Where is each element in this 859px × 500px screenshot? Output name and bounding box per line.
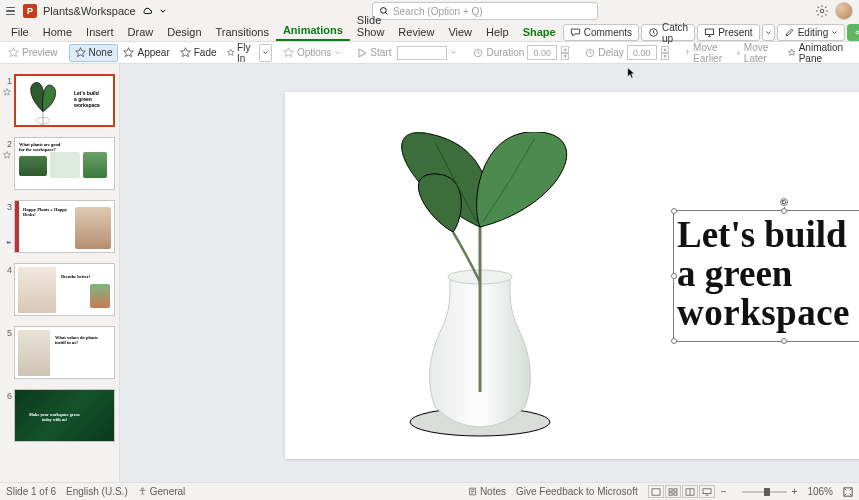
zoom-slider[interactable] [742, 491, 787, 493]
transition-indicator-icon [6, 240, 11, 245]
document-name[interactable]: Plants&Workspace [43, 5, 136, 17]
animations-toolbar: Preview None Appear Fade Fly In Options … [0, 42, 859, 64]
view-buttons [648, 485, 715, 498]
cloud-saved-icon[interactable] [142, 6, 153, 17]
thumbnail-slide-3[interactable]: Happy Plants = Happy Desks! [14, 200, 115, 253]
present-button[interactable]: Present [697, 24, 759, 41]
feedback-link[interactable]: Give Feedback to Microsoft [516, 486, 638, 497]
editing-mode-button[interactable]: Editing [777, 24, 846, 41]
tab-slideshow[interactable]: Slide Show [350, 11, 392, 41]
reading-view-button[interactable] [682, 485, 698, 498]
tab-home[interactable]: Home [36, 23, 79, 41]
editing-label: Editing [798, 27, 829, 38]
t3-title: Happy Plants = Happy Desks! [23, 207, 67, 217]
plant-icon [22, 80, 64, 126]
none-label: None [89, 47, 113, 58]
resize-handle-nw[interactable] [671, 208, 677, 214]
animation-appear[interactable]: Appear [118, 44, 174, 62]
zoom-knob[interactable] [764, 488, 770, 496]
tab-file[interactable]: File [4, 23, 36, 41]
tab-review[interactable]: Review [391, 23, 441, 41]
slide-thumbnails-pane: 1 Let's build a green workspace 2 [0, 64, 120, 482]
star-icon [8, 47, 19, 58]
settings-gear-icon[interactable] [815, 4, 829, 18]
fit-to-window-button[interactable] [843, 487, 853, 497]
tab-view[interactable]: View [441, 23, 479, 41]
zoom-out-button[interactable]: − [721, 486, 727, 497]
rotate-handle[interactable] [780, 198, 788, 206]
plant-vase-icon [345, 132, 615, 442]
tab-draw[interactable]: Draw [121, 23, 161, 41]
accessibility-label: General [150, 486, 186, 497]
comments-label: Comments [584, 27, 632, 38]
slide-canvas-area[interactable]: Let's build a green workspace [120, 64, 859, 482]
main-area: 1 Let's build a green workspace 2 [0, 64, 859, 482]
powerpoint-logo-icon: P [23, 4, 37, 18]
animation-flyin[interactable]: Fly In [222, 44, 259, 62]
animation-pane-label: Animation Pane [799, 42, 847, 64]
thumbnail-slide-2[interactable]: What plants are good for the workspace? [14, 137, 115, 190]
thumb-row-2[interactable]: 2 What plants are good for the workspace… [4, 137, 115, 190]
duration-value: 0.00 [527, 45, 557, 60]
tab-help[interactable]: Help [479, 23, 516, 41]
animation-pane-button[interactable]: Animation Pane [783, 44, 851, 62]
app-launcher-icon[interactable] [6, 7, 15, 16]
thumbnail-slide-4[interactable]: Breathe better! [14, 263, 115, 316]
delay-label: Delay [598, 47, 624, 58]
svg-rect-20 [703, 488, 711, 493]
tab-transitions[interactable]: Transitions [209, 23, 276, 41]
title-dropdown-icon[interactable] [159, 7, 167, 15]
resize-handle-n[interactable] [781, 208, 787, 214]
language-indicator[interactable]: English (U.S.) [66, 486, 128, 497]
thumbnail-slide-6[interactable]: Make your workspace green today with us! [14, 389, 115, 442]
zoom-in-button[interactable]: + [792, 486, 798, 497]
animation-none[interactable]: None [69, 44, 119, 62]
tab-insert[interactable]: Insert [79, 23, 121, 41]
star-icon [75, 47, 86, 58]
thumb-row-1[interactable]: 1 Let's build a green workspace [4, 74, 115, 127]
normal-view-button[interactable] [648, 485, 664, 498]
move-later-label: Move Later [744, 42, 772, 64]
thumb-row-4[interactable]: 4 Breathe better! [4, 263, 115, 316]
star-icon [180, 47, 191, 58]
zoom-level[interactable]: 106% [807, 486, 833, 497]
comments-button[interactable]: Comments [563, 24, 639, 41]
tab-animations[interactable]: Animations [276, 21, 350, 41]
chevron-down-icon [262, 49, 269, 56]
thumb-row-6[interactable]: 6 Make your workspace green today with u… [4, 389, 115, 442]
resize-handle-s[interactable] [781, 338, 787, 344]
fade-label: Fade [194, 47, 217, 58]
thumb-row-3[interactable]: 3 Happy Plants = Happy Desks! [4, 200, 115, 253]
slide-1[interactable]: Let's build a green workspace [285, 92, 859, 459]
accessibility-indicator[interactable]: General [138, 486, 186, 497]
animation-fade[interactable]: Fade [175, 44, 222, 62]
plant-image[interactable] [345, 132, 615, 442]
notes-button[interactable]: Notes [468, 486, 506, 497]
search-box[interactable]: Search (Option + Q) [372, 2, 598, 20]
title-text-box[interactable]: Let's build a green workspace [675, 212, 859, 340]
resize-handle-sw[interactable] [671, 338, 677, 344]
status-bar: Slide 1 of 6 English (U.S.) General Note… [0, 482, 859, 500]
tab-shape[interactable]: Shape [516, 23, 563, 41]
user-avatar[interactable] [835, 2, 853, 20]
thumbnail-slide-1[interactable]: Let's build a green workspace [14, 74, 115, 127]
catchup-button[interactable]: Catch up [641, 24, 695, 41]
animation-gallery-more[interactable] [259, 44, 272, 62]
tab-design[interactable]: Design [160, 23, 208, 41]
preview-button: Preview [3, 44, 63, 62]
pencil-icon [784, 27, 795, 38]
svg-rect-16 [674, 488, 677, 490]
slideshow-view-button[interactable] [699, 485, 715, 498]
resize-handle-w[interactable] [671, 273, 677, 279]
svg-rect-17 [669, 492, 672, 494]
slide-counter[interactable]: Slide 1 of 6 [6, 486, 56, 497]
thumbnail-slide-5[interactable]: What values do plants instill in us? [14, 326, 115, 379]
t4-title: Breathe better! [61, 274, 90, 279]
share-button[interactable]: Share [847, 24, 859, 41]
share-icon [854, 27, 859, 38]
present-split-dropdown[interactable] [762, 24, 775, 41]
sorter-view-button[interactable] [665, 485, 681, 498]
notes-label: Notes [480, 486, 506, 497]
selection-outline [673, 210, 859, 342]
thumb-row-5[interactable]: 5 What values do plants instill in us? [4, 326, 115, 379]
